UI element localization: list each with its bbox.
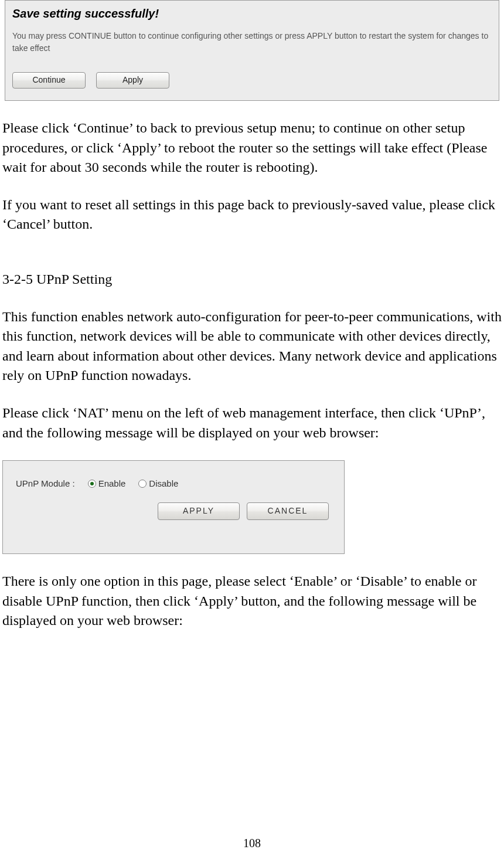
paragraph-upnp-nav: Please click ‘NAT’ menu on the left of w… xyxy=(0,403,504,443)
upnp-button-row: APPLY CANCEL xyxy=(16,502,335,520)
upnp-cancel-button[interactable]: CANCEL xyxy=(247,502,329,520)
upnp-module-label: UPnP Module : xyxy=(16,477,75,490)
dialog-button-row: Continue Apply xyxy=(12,72,492,89)
upnp-apply-button[interactable]: APPLY xyxy=(158,502,240,520)
paragraph-upnp-apply: There is only one option in this page, p… xyxy=(0,572,504,631)
paragraph-upnp-desc: This function enables network auto-confi… xyxy=(0,307,504,386)
radio-selected-icon xyxy=(88,480,96,488)
upnp-module-row: UPnP Module : Enable Disable xyxy=(16,477,335,490)
paragraph-continue-apply: Please click ‘Continue’ to back to previ… xyxy=(0,118,504,178)
continue-button[interactable]: Continue xyxy=(12,72,86,89)
radio-unselected-icon xyxy=(138,480,147,488)
upnp-disable-radio[interactable]: Disable xyxy=(138,477,178,490)
upnp-enable-label: Enable xyxy=(98,477,126,490)
upnp-enable-radio[interactable]: Enable xyxy=(88,477,126,490)
upnp-settings-panel: UPnP Module : Enable Disable APPLY CANCE… xyxy=(2,460,345,554)
dialog-title: Save setting successfully! xyxy=(12,5,492,22)
paragraph-cancel: If you want to reset all settings in thi… xyxy=(0,195,504,235)
apply-button[interactable]: Apply xyxy=(96,72,169,89)
page-number: 108 xyxy=(0,835,504,851)
section-heading-upnp: 3-2-5 UPnP Setting xyxy=(0,270,504,290)
dialog-body: You may press CONTINUE button to continu… xyxy=(12,30,492,55)
save-setting-dialog: Save setting successfully! You may press… xyxy=(5,0,499,101)
upnp-disable-label: Disable xyxy=(149,477,178,490)
